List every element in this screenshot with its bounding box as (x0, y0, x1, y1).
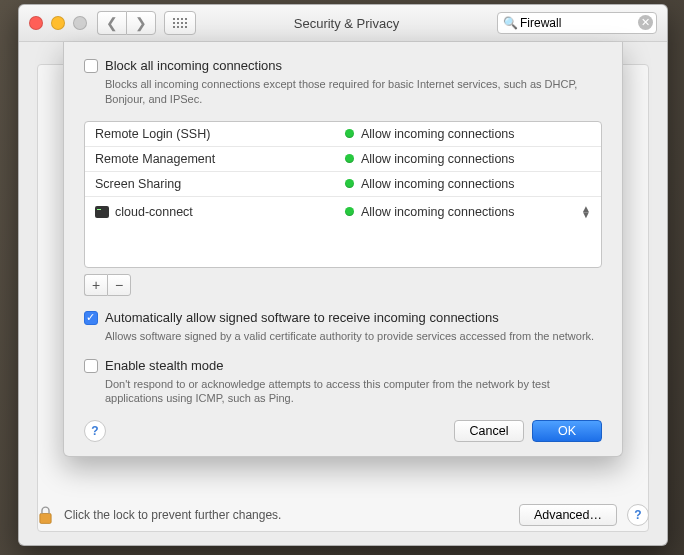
svg-rect-0 (40, 514, 51, 524)
stealth-label: Enable stealth mode (105, 358, 224, 373)
show-all-button[interactable] (164, 11, 196, 35)
auto-allow-desc: Allows software signed by a valid certif… (105, 329, 602, 344)
help-button[interactable]: ? (84, 420, 106, 442)
search-input[interactable] (497, 12, 657, 34)
ok-button[interactable]: OK (532, 420, 602, 442)
help-button[interactable]: ? (627, 504, 649, 526)
status-dot-icon (345, 154, 354, 163)
service-name: Screen Sharing (95, 177, 345, 191)
stealth-desc: Don't respond to or acknowledge attempts… (105, 377, 602, 407)
table-row[interactable]: Remote Management Allow incoming connect… (85, 147, 601, 172)
service-status: Allow incoming connections (361, 127, 515, 141)
status-dot-icon (345, 207, 354, 216)
prefs-window: ❮ ❯ Security & Privacy 🔍 ✕ Block all inc… (18, 4, 668, 546)
add-app-button[interactable]: + (84, 274, 107, 296)
clear-search-icon[interactable]: ✕ (638, 15, 653, 30)
block-all-desc: Blocks all incoming connections except t… (105, 77, 602, 107)
service-status: Allow incoming connections (361, 152, 515, 166)
app-status: Allow incoming connections (361, 205, 515, 219)
grid-icon (173, 18, 187, 28)
auto-allow-checkbox[interactable] (84, 311, 98, 325)
window-controls (29, 16, 87, 30)
cancel-button[interactable]: Cancel (454, 420, 524, 442)
close-icon[interactable] (29, 16, 43, 30)
minimize-icon[interactable] (51, 16, 65, 30)
terminal-icon (95, 206, 109, 218)
nav-buttons: ❮ ❯ (97, 11, 156, 35)
search-field[interactable]: 🔍 ✕ (497, 12, 657, 34)
status-dot-icon (345, 179, 354, 188)
block-all-checkbox[interactable] (84, 59, 98, 73)
table-row[interactable]: Remote Login (SSH) Allow incoming connec… (85, 122, 601, 147)
firewall-options-sheet: Block all incoming connections Blocks al… (63, 42, 623, 457)
lock-icon[interactable] (37, 505, 54, 525)
zoom-icon[interactable] (73, 16, 87, 30)
service-status: Allow incoming connections (361, 177, 515, 191)
window-title: Security & Privacy (196, 16, 497, 31)
block-all-label: Block all incoming connections (105, 58, 282, 73)
status-dot-icon (345, 129, 354, 138)
advanced-button[interactable]: Advanced… (519, 504, 617, 526)
app-name: cloud-connect (115, 205, 193, 219)
back-button[interactable]: ❮ (97, 11, 126, 35)
remove-app-button[interactable]: − (107, 274, 131, 296)
status-dropdown[interactable]: ▲▼ (581, 206, 591, 218)
search-icon: 🔍 (503, 16, 518, 30)
lock-text: Click the lock to prevent further change… (64, 508, 281, 522)
service-name: Remote Login (SSH) (95, 127, 345, 141)
table-row[interactable]: Screen Sharing Allow incoming connection… (85, 172, 601, 197)
window-footer: Click the lock to prevent further change… (37, 504, 649, 526)
table-row[interactable]: cloud-connect Allow incoming connections… (85, 197, 601, 227)
service-name: Remote Management (95, 152, 345, 166)
firewall-apps-table: Remote Login (SSH) Allow incoming connec… (84, 121, 602, 268)
table-empty-area (85, 227, 601, 267)
forward-button[interactable]: ❯ (126, 11, 156, 35)
auto-allow-label: Automatically allow signed software to r… (105, 310, 499, 325)
stealth-checkbox[interactable] (84, 359, 98, 373)
titlebar: ❮ ❯ Security & Privacy 🔍 ✕ (19, 5, 667, 42)
